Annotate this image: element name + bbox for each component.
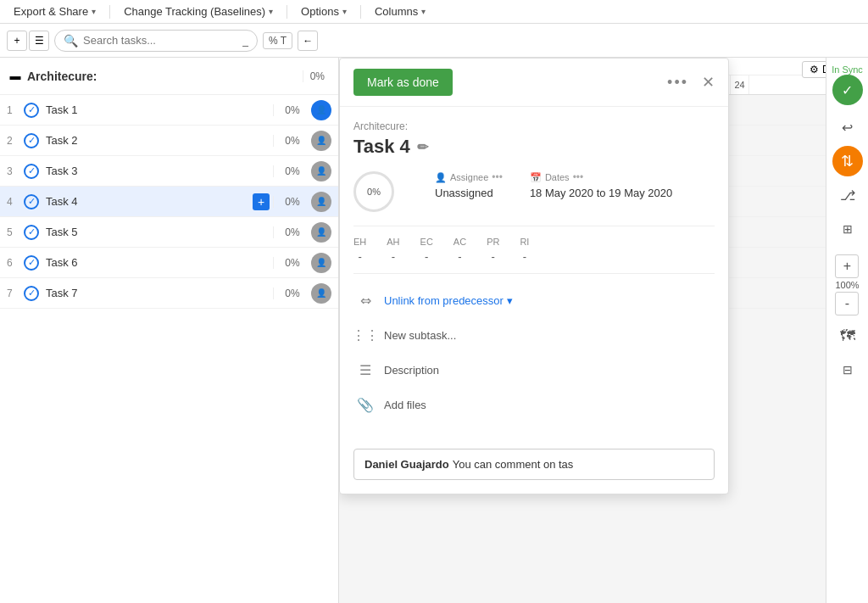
detail-header: Mark as done ••• ✕ (340, 59, 728, 107)
undo-button[interactable]: ↩ (832, 112, 863, 142)
add-subtask-btn-4[interactable]: + (253, 193, 270, 210)
toggle-icon[interactable]: ☰ (29, 31, 49, 51)
task-row[interactable]: 3 ✓ Task 3 0% 👤 (0, 156, 338, 187)
detail-meta: 0% 👤 Assignee ••• Unassigned 📅 Da (353, 171, 715, 212)
divider-2 (287, 5, 287, 19)
sync-button[interactable]: ✓ (832, 75, 863, 105)
divider-1 (109, 5, 110, 19)
task-row[interactable]: 7 ✓ Task 7 0% 👤 (0, 278, 338, 309)
assignee-value[interactable]: Unassigned (435, 187, 503, 199)
section-name: Architecure: (27, 70, 303, 83)
task-num-5: 5 (7, 226, 24, 238)
grid-icons: + ☰ (7, 31, 49, 51)
task-name-3: Task 3 (46, 165, 273, 177)
percent-toggle[interactable]: % T (263, 32, 292, 49)
options-arrow: ▾ (342, 7, 347, 16)
task-row[interactable]: 1 ✓ Task 1 0% 👤 (0, 95, 338, 126)
task-check-1[interactable]: ✓ (24, 103, 39, 118)
task-name-5: Task 5 (46, 226, 273, 238)
gantt-view-button[interactable]: ⊞ (832, 214, 863, 244)
map-view-button[interactable]: 🗺 (834, 322, 861, 349)
section-percent: 0% (303, 70, 331, 82)
toolbar: + ☰ 🔍 _ % T ← (0, 24, 868, 58)
collapse-button[interactable]: ▬ (7, 68, 24, 85)
description-label: Description (384, 364, 439, 377)
menu-export-share[interactable]: Export & Share ▾ (7, 3, 103, 20)
task-pct-3: 0% (273, 165, 311, 177)
task-pct-2: 0% (273, 135, 311, 147)
task-check-4[interactable]: ✓ (24, 194, 39, 209)
right-sidebar: In Sync ✓ ↩ ⇅ ⎇ ⊞ + 100% - 🗺 ⊟ (826, 58, 868, 603)
task-name-1: Task 1 (46, 103, 273, 116)
task-row[interactable]: 2 ✓ Task 2 0% 👤 (0, 126, 338, 156)
menu-options[interactable]: Options ▾ (294, 3, 353, 20)
task-name-7: Task 7 (46, 287, 273, 299)
task-avatar-1: 👤 (311, 100, 331, 120)
col-ri: RI - (520, 237, 529, 263)
back-arrow-btn[interactable]: ← (298, 31, 318, 51)
dates-label: 📅 Dates ••• (530, 171, 672, 183)
subtask-icon: ⋮⋮ (357, 327, 374, 343)
task-pct-1: 0% (273, 104, 311, 116)
search-box: 🔍 _ (54, 30, 258, 52)
task-check-3[interactable]: ✓ (24, 164, 39, 179)
progress-circle: 0% (353, 171, 394, 212)
col-ec: EC - (420, 237, 433, 263)
zoom-controls: + 100% - (835, 254, 859, 315)
unlink-predecessor-row[interactable]: ⇔ Unlink from predecessor ▾ (353, 284, 715, 317)
task-avatar-2: 👤 (311, 131, 331, 151)
task-avatar-5: 👤 (311, 222, 331, 243)
task-num-4: 4 (7, 196, 24, 208)
add-files-label: Add files (384, 399, 426, 411)
dates-value[interactable]: 18 May 2020 to 19 May 2020 (530, 187, 672, 199)
col-eh: EH - (353, 237, 366, 263)
section-header: ▬ Architecure: 0% (0, 58, 338, 95)
zoom-in-button[interactable]: + (835, 254, 859, 278)
comment-text: You can comment on tas (453, 458, 574, 471)
divider-3 (360, 5, 361, 19)
task-avatar-7: 👤 (311, 283, 331, 304)
assignee-label: 👤 Assignee ••• (435, 171, 503, 183)
zoom-out-button[interactable]: - (835, 292, 859, 315)
task-check-7[interactable]: ✓ (24, 286, 39, 301)
task-pct-4: 0% (273, 196, 311, 208)
menu-change-tracking[interactable]: Change Tracking (Baselines) ▾ (117, 3, 280, 20)
filter-sort-button[interactable]: ⇅ (832, 146, 863, 176)
search-icon: 🔍 (64, 34, 78, 47)
col-ah: AH - (387, 237, 399, 263)
comment-author: Daniel Guajardo (364, 458, 449, 471)
mark-done-button[interactable]: Mark as done (353, 69, 453, 96)
task-check-2[interactable]: ✓ (24, 133, 39, 148)
task-check-6[interactable]: ✓ (24, 255, 39, 271)
task-num-6: 6 (7, 257, 24, 269)
detail-panel: Mark as done ••• ✕ Architecure: Task 4 ✏… (339, 58, 729, 494)
change-tracking-arrow: ▾ (269, 7, 273, 16)
task-check-5[interactable]: ✓ (24, 225, 39, 240)
search-input[interactable] (83, 34, 237, 47)
detail-actions: ⇔ Unlink from predecessor ▾ ⋮⋮ New subta… (353, 284, 715, 422)
task-pct-6: 0% (273, 257, 311, 269)
close-button[interactable]: ✕ (702, 73, 715, 92)
unlink-label[interactable]: Unlink from predecessor ▾ (384, 294, 513, 307)
task-avatar-6: 👤 (311, 253, 331, 273)
new-subtask-row[interactable]: ⋮⋮ New subtask... (353, 319, 715, 352)
comment-box[interactable]: Daniel Guajardo You can comment on tas (353, 449, 715, 480)
task-name-4: Task 4 (46, 195, 253, 208)
detail-task-name: Task 4 ✏ (353, 136, 715, 158)
menu-columns[interactable]: Columns ▾ (368, 3, 432, 20)
add-files-row[interactable]: 📎 Add files (353, 388, 715, 422)
table-view-button[interactable]: ⊟ (834, 356, 861, 383)
task-row[interactable]: 6 ✓ Task 6 0% 👤 (0, 248, 338, 278)
left-panel: ▬ Architecure: 0% 1 ✓ Task 1 0% 👤 2 ✓ Ta… (0, 58, 339, 603)
edit-task-name-icon[interactable]: ✏ (417, 139, 428, 155)
task-row[interactable]: 5 ✓ Task 5 0% 👤 (0, 217, 338, 248)
meta-dates-col: 📅 Dates ••• 18 May 2020 to 19 May 2020 (530, 171, 672, 199)
branch-button[interactable]: ⎇ (832, 180, 863, 210)
task-row[interactable]: 4 ✓ Task 4 + 0% 👤 (0, 187, 338, 217)
description-row[interactable]: ☰ Description (353, 354, 715, 387)
add-col-icon[interactable]: + (7, 31, 27, 51)
more-options-button[interactable]: ••• (667, 74, 688, 92)
description-icon: ☰ (357, 362, 374, 378)
task-name-2: Task 2 (46, 134, 273, 147)
export-share-label: Export & Share (14, 5, 88, 18)
